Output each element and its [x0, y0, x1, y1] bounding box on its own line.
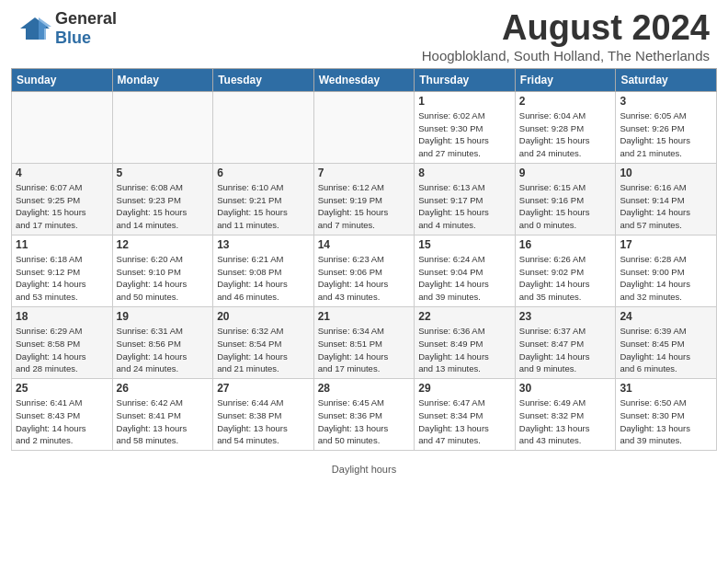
calendar-cell: 23Sunrise: 6:37 AMSunset: 8:47 PMDayligh… — [515, 306, 616, 378]
calendar-cell: 27Sunrise: 6:44 AMSunset: 8:38 PMDayligh… — [213, 379, 314, 451]
calendar-week-row: 25Sunrise: 6:41 AMSunset: 8:43 PMDayligh… — [12, 379, 717, 451]
day-number: 16 — [519, 238, 612, 251]
calendar-week-row: 11Sunrise: 6:18 AMSunset: 9:12 PMDayligh… — [12, 235, 717, 306]
day-number: 12 — [117, 238, 210, 251]
calendar-cell: 12Sunrise: 6:20 AMSunset: 9:10 PMDayligh… — [112, 235, 213, 306]
calendar-cell: 29Sunrise: 6:47 AMSunset: 8:34 PMDayligh… — [415, 379, 516, 451]
day-number: 13 — [217, 238, 310, 251]
calendar-cell: 14Sunrise: 6:23 AMSunset: 9:06 PMDayligh… — [313, 235, 415, 306]
day-number: 30 — [519, 382, 612, 395]
day-number: 1 — [418, 95, 511, 108]
day-number: 25 — [16, 382, 108, 395]
day-info: Sunrise: 6:15 AMSunset: 9:16 PMDaylight:… — [519, 181, 612, 232]
calendar-cell: 10Sunrise: 6:16 AMSunset: 9:14 PMDayligh… — [616, 163, 717, 235]
day-info: Sunrise: 6:26 AMSunset: 9:02 PMDaylight:… — [519, 253, 612, 304]
calendar-cell — [213, 91, 314, 163]
day-number: 20 — [217, 310, 310, 323]
day-info: Sunrise: 6:13 AMSunset: 9:17 PMDaylight:… — [418, 181, 511, 232]
day-number: 19 — [117, 310, 210, 323]
day-info: Sunrise: 6:28 AMSunset: 9:00 PMDaylight:… — [620, 253, 712, 304]
logo-general-text: General — [55, 9, 117, 29]
day-number: 27 — [217, 382, 310, 395]
calendar-cell: 24Sunrise: 6:39 AMSunset: 8:45 PMDayligh… — [616, 306, 717, 378]
day-info: Sunrise: 6:05 AMSunset: 9:26 PMDaylight:… — [620, 109, 712, 160]
day-number: 9 — [519, 167, 612, 179]
calendar-table: SundayMondayTuesdayWednesdayThursdayFrid… — [11, 68, 717, 451]
calendar-cell: 11Sunrise: 6:18 AMSunset: 9:12 PMDayligh… — [12, 235, 113, 306]
calendar-cell: 1Sunrise: 6:02 AMSunset: 9:30 PMDaylight… — [415, 91, 516, 163]
daylight-label: Daylight hours — [332, 464, 396, 475]
title-area: August 2024 Hoogblokland, South Holland,… — [422, 9, 710, 63]
calendar-col-friday: Friday — [515, 68, 616, 91]
day-info: Sunrise: 6:41 AMSunset: 8:43 PMDaylight:… — [16, 396, 108, 447]
day-number: 5 — [117, 167, 210, 179]
calendar-cell: 8Sunrise: 6:13 AMSunset: 9:17 PMDaylight… — [415, 163, 516, 235]
day-info: Sunrise: 6:29 AMSunset: 8:58 PMDaylight:… — [16, 325, 108, 375]
day-info: Sunrise: 6:02 AMSunset: 9:30 PMDaylight:… — [418, 109, 511, 160]
calendar-cell: 25Sunrise: 6:41 AMSunset: 8:43 PMDayligh… — [12, 379, 113, 451]
day-info: Sunrise: 6:20 AMSunset: 9:10 PMDaylight:… — [117, 253, 210, 304]
month-title: August 2024 — [422, 9, 710, 48]
calendar-week-row: 4Sunrise: 6:07 AMSunset: 9:25 PMDaylight… — [12, 163, 717, 235]
day-number: 7 — [318, 167, 411, 179]
calendar-footer: Daylight hours — [0, 460, 728, 478]
calendar-cell: 7Sunrise: 6:12 AMSunset: 9:19 PMDaylight… — [313, 163, 415, 235]
calendar-cell: 30Sunrise: 6:49 AMSunset: 8:32 PMDayligh… — [515, 379, 616, 451]
calendar-cell: 26Sunrise: 6:42 AMSunset: 8:41 PMDayligh… — [112, 379, 213, 451]
calendar-cell: 21Sunrise: 6:34 AMSunset: 8:51 PMDayligh… — [313, 306, 415, 378]
day-number: 4 — [16, 167, 108, 179]
day-info: Sunrise: 6:08 AMSunset: 9:23 PMDaylight:… — [117, 181, 210, 232]
calendar-cell: 5Sunrise: 6:08 AMSunset: 9:23 PMDaylight… — [112, 163, 213, 235]
day-info: Sunrise: 6:16 AMSunset: 9:14 PMDaylight:… — [620, 181, 712, 232]
calendar-col-saturday: Saturday — [616, 68, 717, 91]
day-number: 18 — [16, 310, 108, 323]
day-number: 23 — [519, 310, 612, 323]
day-info: Sunrise: 6:36 AMSunset: 8:49 PMDaylight:… — [418, 325, 511, 375]
day-number: 11 — [16, 238, 108, 251]
calendar-cell: 3Sunrise: 6:05 AMSunset: 9:26 PMDaylight… — [616, 91, 717, 163]
calendar-col-monday: Monday — [112, 68, 213, 91]
day-number: 31 — [620, 382, 712, 395]
calendar-col-sunday: Sunday — [12, 68, 113, 91]
calendar-col-thursday: Thursday — [415, 68, 516, 91]
calendar-cell: 4Sunrise: 6:07 AMSunset: 9:25 PMDaylight… — [12, 163, 113, 235]
calendar-cell: 2Sunrise: 6:04 AMSunset: 9:28 PMDaylight… — [515, 91, 616, 163]
day-number: 26 — [117, 382, 210, 395]
day-info: Sunrise: 6:31 AMSunset: 8:56 PMDaylight:… — [117, 325, 210, 375]
calendar-cell — [313, 91, 415, 163]
day-info: Sunrise: 6:18 AMSunset: 9:12 PMDaylight:… — [16, 253, 108, 304]
day-number: 2 — [519, 95, 612, 108]
day-number: 24 — [620, 310, 712, 323]
calendar-col-tuesday: Tuesday — [213, 68, 314, 91]
calendar-cell: 15Sunrise: 6:24 AMSunset: 9:04 PMDayligh… — [415, 235, 516, 306]
calendar-cell: 28Sunrise: 6:45 AMSunset: 8:36 PMDayligh… — [313, 379, 415, 451]
day-info: Sunrise: 6:39 AMSunset: 8:45 PMDaylight:… — [620, 325, 712, 375]
calendar-cell: 17Sunrise: 6:28 AMSunset: 9:00 PMDayligh… — [616, 235, 717, 306]
page-header: General Blue August 2024 Hoogblokland, S… — [0, 0, 728, 68]
day-number: 17 — [620, 238, 712, 251]
logo-blue-text: Blue — [55, 29, 117, 48]
day-number: 14 — [318, 238, 411, 251]
day-info: Sunrise: 6:23 AMSunset: 9:06 PMDaylight:… — [318, 253, 411, 304]
calendar-cell: 20Sunrise: 6:32 AMSunset: 8:54 PMDayligh… — [213, 306, 314, 378]
calendar-cell: 19Sunrise: 6:31 AMSunset: 8:56 PMDayligh… — [112, 306, 213, 378]
day-number: 3 — [620, 95, 712, 108]
day-info: Sunrise: 6:04 AMSunset: 9:28 PMDaylight:… — [519, 109, 612, 160]
day-number: 29 — [418, 382, 511, 395]
day-info: Sunrise: 6:42 AMSunset: 8:41 PMDaylight:… — [117, 396, 210, 447]
day-info: Sunrise: 6:21 AMSunset: 9:08 PMDaylight:… — [217, 253, 310, 304]
calendar-cell: 18Sunrise: 6:29 AMSunset: 8:58 PMDayligh… — [12, 306, 113, 378]
day-info: Sunrise: 6:12 AMSunset: 9:19 PMDaylight:… — [318, 181, 411, 232]
calendar-col-wednesday: Wednesday — [313, 68, 415, 91]
calendar-cell: 22Sunrise: 6:36 AMSunset: 8:49 PMDayligh… — [415, 306, 516, 378]
day-number: 8 — [418, 167, 511, 179]
location-subtitle: Hoogblokland, South Holland, The Netherl… — [422, 48, 710, 63]
calendar-cell — [12, 91, 113, 163]
day-info: Sunrise: 6:34 AMSunset: 8:51 PMDaylight:… — [318, 325, 411, 375]
calendar-cell: 9Sunrise: 6:15 AMSunset: 9:16 PMDaylight… — [515, 163, 616, 235]
day-number: 28 — [318, 382, 411, 395]
calendar-cell — [112, 91, 213, 163]
day-info: Sunrise: 6:07 AMSunset: 9:25 PMDaylight:… — [16, 181, 108, 232]
logo-icon — [18, 16, 51, 41]
calendar-cell: 31Sunrise: 6:50 AMSunset: 8:30 PMDayligh… — [616, 379, 717, 451]
